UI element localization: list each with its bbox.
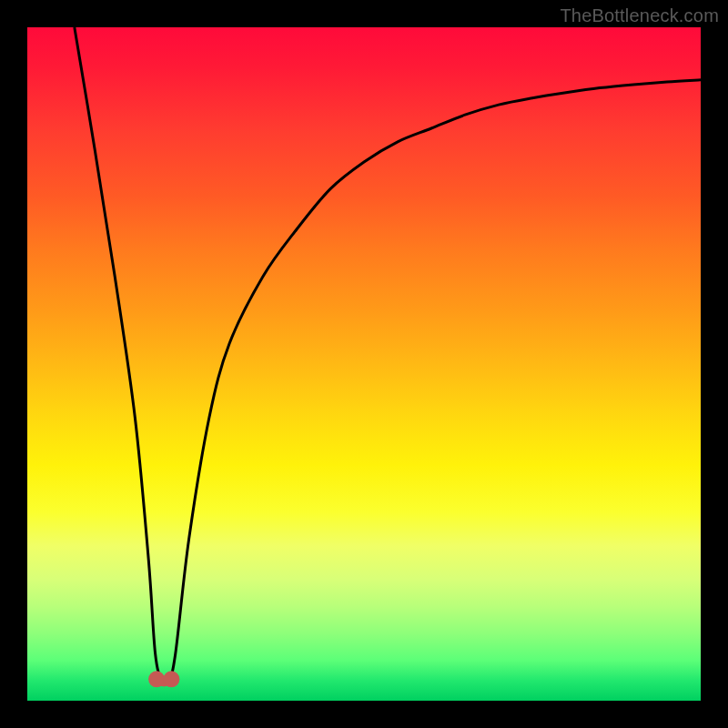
chart-frame: TheBottleneck.com [0, 0, 728, 728]
plot-area [27, 27, 701, 701]
marker-right [163, 671, 179, 687]
watermark-text: TheBottleneck.com [560, 5, 719, 26]
bottleneck-curve [75, 27, 701, 684]
marker-left [148, 671, 165, 687]
curve-svg [27, 27, 701, 701]
